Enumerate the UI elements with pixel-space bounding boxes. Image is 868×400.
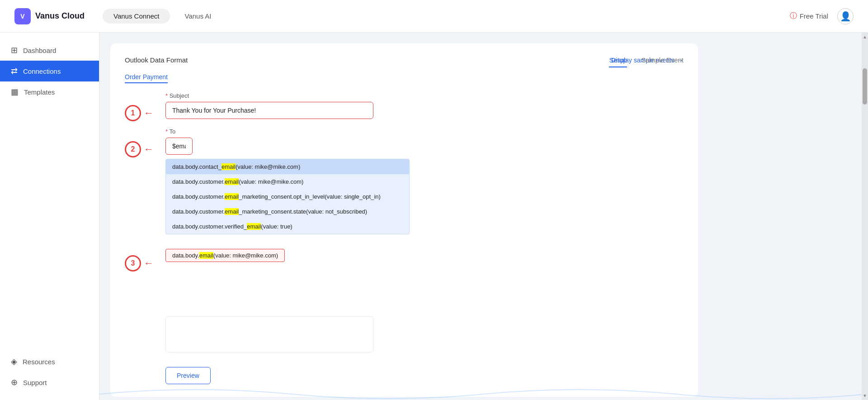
dropdown-item-3-highlight: email xyxy=(225,208,239,215)
dropdown-item-4[interactable]: data.body.customer.verified_email(value:… xyxy=(166,219,409,234)
free-trial-label: Free Trial xyxy=(800,12,828,20)
subject-field-group: * Subject xyxy=(165,92,373,119)
form-area: * Subject * To dat xyxy=(165,92,373,384)
dropdown-item-1-before: data.body.customer. xyxy=(172,178,225,185)
connections-icon: ⇄ xyxy=(11,66,18,76)
selected-value-after: (value: mike@mike.com) xyxy=(213,252,278,259)
right-tabs: Setup Sample Event xyxy=(609,56,684,67)
step-3-circle: 3 xyxy=(125,255,141,271)
to-field-group: * To data.body.contact_email(value: mike… xyxy=(165,128,373,262)
sidebar-item-templates[interactable]: ▦ Templates xyxy=(0,81,99,102)
bottom-decoration xyxy=(99,381,868,400)
sidebar-item-resources[interactable]: ◈ Resources xyxy=(0,351,99,372)
step-1-circle: 1 xyxy=(125,105,141,121)
sidebar: ⊞ Dashboard ⇄ Connections ▦ Templates ◈ … xyxy=(0,33,99,400)
dropdown-item-2-highlight: email xyxy=(225,193,239,200)
tab-setup[interactable]: Setup xyxy=(609,56,627,67)
dropdown-item-3[interactable]: data.body.customer.email_marketing_conse… xyxy=(166,204,409,219)
free-trial-button[interactable]: ⓘ Free Trial xyxy=(790,11,828,21)
step-3-arrow: ← xyxy=(144,257,154,269)
dropdown-item-1-after: (value: mike@mike.com) xyxy=(239,178,303,185)
sidebar-item-label-resources: Resources xyxy=(23,358,55,366)
sidebar-item-label-dashboard: Dashboard xyxy=(23,47,56,54)
dropdown-item-0[interactable]: data.body.contact_email(value: mike@mike… xyxy=(166,159,409,174)
body-textarea[interactable] xyxy=(165,316,373,352)
dropdown-item-0-before: data.body.contact_ xyxy=(172,163,222,170)
templates-icon: ▦ xyxy=(11,87,19,97)
step-2-arrow: ← xyxy=(144,143,154,155)
brand: V Vanus Cloud xyxy=(14,8,85,24)
resources-icon: ◈ xyxy=(11,357,17,367)
brand-name: Vanus Cloud xyxy=(35,11,85,21)
dropdown-item-0-after: (value: mike@mike.com) xyxy=(236,163,300,170)
dropdown-item-4-highlight: email xyxy=(247,223,261,230)
card-title: Outlook Data Format xyxy=(125,56,188,64)
scroll-down-arrow[interactable]: ▼ xyxy=(863,393,867,398)
body-field-group xyxy=(165,316,373,354)
user-avatar[interactable]: 👤 xyxy=(837,8,854,24)
step-1-annotation: 1 ← xyxy=(125,105,154,121)
nav-tabs: Vanus Connect Vanus AI xyxy=(103,9,222,24)
order-payment-tab[interactable]: Order Payment xyxy=(125,73,168,83)
dropdown-item-0-highlight: email xyxy=(222,163,236,170)
selected-value-container: data.body.email(value: mike@mike.com) xyxy=(165,245,373,262)
content-card: Outlook Data Format Display sample event… xyxy=(110,43,698,397)
main-content: Outlook Data Format Display sample event… xyxy=(99,33,868,400)
dropdown-item-3-after: _marketing_consent.state(value: not_subs… xyxy=(239,208,367,215)
scroll-up-arrow[interactable]: ▲ xyxy=(863,34,867,39)
to-label-text: To xyxy=(169,128,175,135)
info-icon: ⓘ xyxy=(790,11,797,21)
selected-value-before: data.body. xyxy=(172,252,199,259)
step-3-annotation: 3 ← xyxy=(125,255,154,271)
scrollbar-thumb[interactable] xyxy=(863,68,867,105)
tab-sample-event[interactable]: Sample Event xyxy=(642,56,684,67)
card-header: Outlook Data Format Display sample event… xyxy=(125,56,684,64)
topnav-right: ⓘ Free Trial 👤 xyxy=(790,8,854,24)
brand-logo: V xyxy=(14,8,31,24)
selected-value[interactable]: data.body.email(value: mike@mike.com) xyxy=(165,249,285,262)
selected-value-highlight: email xyxy=(199,252,213,259)
sidebar-item-dashboard[interactable]: ⊞ Dashboard xyxy=(0,40,99,61)
nav-tab-vanus-ai[interactable]: Vanus AI xyxy=(174,9,222,24)
to-input[interactable] xyxy=(165,138,193,155)
dropdown-item-1[interactable]: data.body.customer.email(value: mike@mik… xyxy=(166,174,409,189)
subject-input[interactable] xyxy=(165,102,373,119)
autocomplete-dropdown: data.body.contact_email(value: mike@mike… xyxy=(165,159,410,234)
to-label: * To xyxy=(165,128,373,135)
step-2-circle: 2 xyxy=(125,141,141,157)
step-1-arrow: ← xyxy=(144,107,154,119)
subject-label: * Subject xyxy=(165,92,373,99)
dropdown-item-4-after: (value: true) xyxy=(261,223,292,230)
sidebar-item-label-templates: Templates xyxy=(24,88,55,96)
subject-required-mark: * xyxy=(165,92,168,99)
dropdown-item-2[interactable]: data.body.customer.email_marketing_conse… xyxy=(166,189,409,204)
subject-label-text: Subject xyxy=(170,92,189,99)
nav-tab-vanus-connect[interactable]: Vanus Connect xyxy=(103,9,170,24)
support-icon: ⊕ xyxy=(11,377,18,387)
sidebar-item-support[interactable]: ⊕ Support xyxy=(0,372,99,393)
dropdown-item-3-before: data.body.customer. xyxy=(172,208,225,215)
sidebar-bottom: ◈ Resources ⊕ Support xyxy=(0,351,99,393)
sidebar-item-label-support: Support xyxy=(23,379,47,386)
dropdown-item-2-after: _marketing_consent.opt_in_level(value: s… xyxy=(239,193,381,200)
top-navigation: V Vanus Cloud Vanus Connect Vanus AI ⓘ F… xyxy=(0,0,868,33)
sidebar-item-connections[interactable]: ⇄ Connections xyxy=(0,61,99,81)
dropdown-item-2-before: data.body.customer. xyxy=(172,193,225,200)
sidebar-item-label-connections: Connections xyxy=(23,67,61,75)
to-required-mark: * xyxy=(165,128,168,135)
dropdown-item-1-highlight: email xyxy=(225,178,239,185)
step-2-annotation: 2 ← xyxy=(125,141,154,157)
scrollbar: ▲ ▼ xyxy=(862,33,868,400)
dropdown-item-4-before: data.body.customer.verified_ xyxy=(172,223,247,230)
dashboard-icon: ⊞ xyxy=(11,45,18,55)
